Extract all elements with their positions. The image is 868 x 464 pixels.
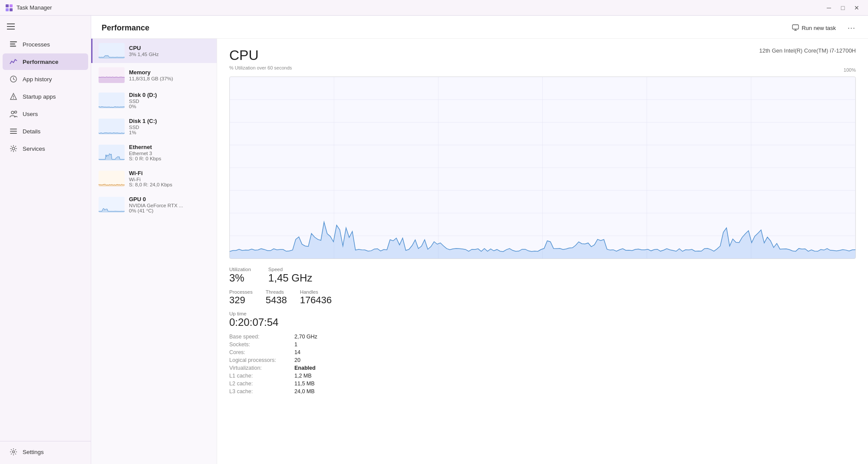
- threads-value: 5438: [266, 295, 287, 306]
- speed-value: 1,45 GHz: [268, 272, 312, 284]
- speed-block: Speed 1,45 GHz: [268, 267, 312, 284]
- sidebar-item-services[interactable]: Services: [3, 140, 88, 157]
- threads-label: Threads: [266, 289, 287, 295]
- perf-item-disk0[interactable]: Disk 0 (D:) SSD0%: [91, 87, 217, 113]
- processes-icon: [10, 40, 17, 48]
- wifi-sub: Wi-FiS: 8,0 R: 24,0 Kbps: [129, 177, 211, 187]
- cpu-title: CPU: [229, 47, 259, 63]
- app-body: Processes Performance App history Startu…: [0, 16, 868, 464]
- sidebar-item-details-label: Details: [23, 128, 40, 135]
- sidebar-item-app-history[interactable]: App history: [3, 71, 88, 87]
- spec-l1-key: L1 cache:: [229, 373, 290, 379]
- processes-value: 329: [229, 295, 253, 306]
- utilization-label: Utilization: [229, 267, 251, 272]
- cpu-subtitle: % Utilization over 60 seconds: [229, 65, 292, 70]
- threads-block: Threads 5438: [266, 289, 287, 306]
- svg-point-13: [13, 98, 14, 99]
- handles-value: 176436: [300, 295, 332, 306]
- spec-virt: Virtualization: Enabled: [229, 365, 317, 371]
- spec-l3-val: 24,0 MB: [294, 388, 315, 394]
- ethernet-name: Ethernet: [129, 144, 211, 150]
- app-icon: [5, 4, 13, 12]
- svg-point-14: [11, 111, 14, 114]
- disk1-thumb: [99, 119, 125, 134]
- svg-rect-5: [7, 26, 15, 27]
- gpu0-thumb: [99, 197, 125, 212]
- stats-row-2: Processes 329 Threads 5438 Handles 17643…: [229, 289, 856, 306]
- sidebar-item-processes-label: Processes: [23, 41, 50, 48]
- perf-item-ethernet[interactable]: Ethernet Ethernet 3S: 0 R: 0 Kbps: [91, 139, 217, 166]
- svg-rect-8: [10, 43, 15, 45]
- sidebar-item-users-label: Users: [23, 111, 38, 117]
- more-options-button[interactable]: ···: [845, 22, 858, 34]
- minimize-button[interactable]: ─: [823, 2, 835, 14]
- settings-icon: [10, 448, 17, 456]
- spec-basespeed: Base speed: 2,70 GHz: [229, 334, 317, 340]
- utilization-block: Utilization 3%: [229, 267, 251, 284]
- spec-basespeed-key: Base speed:: [229, 334, 290, 340]
- close-button[interactable]: ✕: [851, 2, 863, 14]
- handles-block: Handles 176436: [300, 289, 332, 306]
- sidebar-item-processes[interactable]: Processes: [3, 36, 88, 53]
- spec-logical-val: 20: [294, 357, 300, 363]
- spec-sockets-val: 1: [294, 341, 297, 348]
- performance-icon: [10, 58, 17, 66]
- svg-point-19: [12, 147, 15, 150]
- cpu-chart: [229, 76, 856, 259]
- sidebar-item-services-label: Services: [23, 146, 45, 152]
- app-title: Task Manager: [17, 4, 52, 11]
- cpu-header: CPU 12th Gen Intel(R) Core(TM) i7-12700H: [229, 47, 856, 63]
- spec-l1-val: 1,2 MB: [294, 373, 312, 379]
- spec-l2-key: L2 cache:: [229, 381, 290, 387]
- sidebar-item-details[interactable]: Details: [3, 123, 88, 139]
- ethernet-thumb: [99, 145, 125, 160]
- perf-item-cpu[interactable]: CPU 3% 1,45 GHz: [91, 39, 217, 63]
- sidebar-item-users[interactable]: Users: [3, 106, 88, 122]
- spec-sockets-key: Sockets:: [229, 341, 290, 348]
- perf-item-wifi[interactable]: Wi-Fi Wi-FiS: 8,0 R: 24,0 Kbps: [91, 166, 217, 192]
- spec-basespeed-val: 2,70 GHz: [294, 334, 317, 340]
- wifi-name: Wi-Fi: [129, 170, 211, 176]
- hamburger-icon: [7, 23, 15, 30]
- processes-label: Processes: [229, 289, 253, 295]
- memory-thumb: [99, 67, 125, 83]
- sidebar-item-startup-label: Startup apps: [23, 93, 56, 100]
- sidebar-item-startup[interactable]: Startup apps: [3, 88, 88, 105]
- gpu0-sub: NVIDIA GeForce RTX ...0% (41 °C): [129, 203, 211, 213]
- spec-logical: Logical processors: 20: [229, 357, 317, 363]
- sidebar: Processes Performance App history Startu…: [0, 16, 91, 464]
- sidebar-item-performance[interactable]: Performance: [3, 53, 88, 70]
- speed-label: Speed: [268, 267, 312, 272]
- svg-rect-17: [10, 131, 17, 132]
- perf-item-gpu0[interactable]: GPU 0 NVIDIA GeForce RTX ...0% (41 °C): [91, 192, 217, 218]
- specs-col: Base speed: 2,70 GHz Sockets: 1 Cores: 1…: [229, 334, 317, 394]
- cpu-model: 12th Gen Intel(R) Core(TM) i7-12700H: [759, 47, 856, 54]
- svg-point-20: [13, 451, 15, 453]
- hamburger-menu[interactable]: [0, 19, 91, 36]
- sidebar-item-settings[interactable]: Settings: [3, 444, 88, 460]
- spec-l2-val: 11,5 MB: [294, 381, 315, 387]
- wifi-thumb: [99, 171, 125, 186]
- spec-l3-key: L3 cache:: [229, 388, 290, 394]
- svg-rect-4: [7, 23, 15, 24]
- memory-sub: 11,8/31,8 GB (37%): [129, 76, 211, 81]
- title-bar-left: Task Manager: [5, 4, 52, 12]
- run-new-task-button[interactable]: Run new task: [788, 22, 840, 34]
- title-bar: Task Manager ─ □ ✕: [0, 0, 868, 16]
- maximize-button[interactable]: □: [837, 2, 849, 14]
- svg-rect-0: [6, 4, 9, 7]
- disk1-sub: SSD1%: [129, 125, 211, 135]
- perf-item-memory[interactable]: Memory 11,8/31,8 GB (37%): [91, 63, 217, 87]
- spec-cores: Cores: 14: [229, 349, 317, 355]
- disk0-thumb: [99, 93, 125, 108]
- sidebar-item-app-history-label: App history: [23, 76, 52, 83]
- perf-item-disk1[interactable]: Disk 1 (C:) SSD1%: [91, 113, 217, 139]
- disk0-name: Disk 0 (D:): [129, 92, 211, 98]
- sidebar-item-settings-label: Settings: [23, 449, 44, 455]
- utilization-value: 3%: [229, 272, 251, 284]
- services-icon: [10, 145, 17, 152]
- handles-label: Handles: [300, 289, 332, 295]
- svg-rect-7: [10, 41, 17, 43]
- spec-l1: L1 cache: 1,2 MB: [229, 373, 317, 379]
- users-icon: [10, 110, 17, 118]
